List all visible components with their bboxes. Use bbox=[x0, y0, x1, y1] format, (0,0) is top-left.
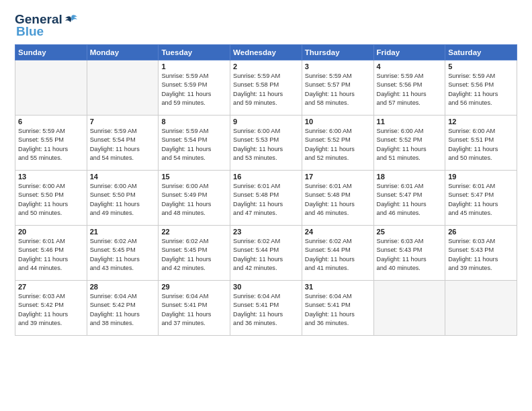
calendar-cell: 16Sunrise: 6:01 AMSunset: 5:48 PMDayligh… bbox=[230, 171, 302, 226]
cell-info: Sunrise: 6:04 AMSunset: 5:42 PMDaylight:… bbox=[90, 292, 156, 328]
day-number: 7 bbox=[90, 118, 156, 126]
cell-info: Sunrise: 6:01 AMSunset: 5:48 PMDaylight:… bbox=[233, 182, 299, 218]
day-number: 1 bbox=[161, 62, 227, 71]
page: General Blue SundayMondayTuesdayWednesda… bbox=[0, 0, 532, 411]
calendar-cell: 27Sunrise: 6:03 AMSunset: 5:42 PMDayligh… bbox=[15, 281, 87, 336]
cell-info: Sunrise: 6:01 AMSunset: 5:48 PMDaylight:… bbox=[305, 182, 371, 218]
calendar-week-3: 13Sunrise: 6:00 AMSunset: 5:50 PMDayligh… bbox=[15, 171, 517, 226]
calendar-cell: 31Sunrise: 6:04 AMSunset: 5:41 PMDayligh… bbox=[302, 281, 373, 336]
day-number: 12 bbox=[448, 118, 514, 126]
day-number: 11 bbox=[377, 118, 443, 126]
day-number: 24 bbox=[305, 228, 371, 236]
day-number: 28 bbox=[90, 283, 156, 291]
day-number: 29 bbox=[161, 283, 227, 291]
cell-info: Sunrise: 6:00 AMSunset: 5:52 PMDaylight:… bbox=[377, 127, 443, 163]
day-number: 27 bbox=[18, 283, 84, 291]
day-number: 3 bbox=[305, 62, 371, 71]
weekday-header-tuesday: Tuesday bbox=[159, 45, 230, 60]
cell-info: Sunrise: 5:59 AMSunset: 5:56 PMDaylight:… bbox=[377, 72, 443, 107]
calendar-cell: 7Sunrise: 5:59 AMSunset: 5:54 PMDaylight… bbox=[87, 116, 159, 171]
cell-info: Sunrise: 6:00 AMSunset: 5:49 PMDaylight:… bbox=[161, 182, 227, 218]
cell-info: Sunrise: 5:59 AMSunset: 5:54 PMDaylight:… bbox=[90, 127, 156, 163]
day-number: 19 bbox=[448, 173, 514, 181]
calendar-cell: 3Sunrise: 5:59 AMSunset: 5:57 PMDaylight… bbox=[302, 60, 373, 116]
day-number: 30 bbox=[233, 283, 299, 291]
day-number: 18 bbox=[377, 173, 443, 181]
calendar-cell: 2Sunrise: 5:59 AMSunset: 5:58 PMDaylight… bbox=[230, 60, 302, 116]
cell-info: Sunrise: 5:59 AMSunset: 5:57 PMDaylight:… bbox=[305, 72, 371, 107]
day-number: 4 bbox=[377, 62, 443, 71]
calendar-table: SundayMondayTuesdayWednesdayThursdayFrid… bbox=[15, 44, 517, 336]
calendar-cell: 15Sunrise: 6:00 AMSunset: 5:49 PMDayligh… bbox=[159, 171, 230, 226]
calendar-week-4: 20Sunrise: 6:01 AMSunset: 5:46 PMDayligh… bbox=[15, 226, 517, 281]
calendar-cell: 29Sunrise: 6:04 AMSunset: 5:41 PMDayligh… bbox=[159, 281, 230, 336]
cell-info: Sunrise: 5:59 AMSunset: 5:55 PMDaylight:… bbox=[18, 127, 84, 163]
weekday-header-thursday: Thursday bbox=[302, 45, 373, 60]
calendar-cell: 30Sunrise: 6:04 AMSunset: 5:41 PMDayligh… bbox=[230, 281, 302, 336]
weekday-header-friday: Friday bbox=[373, 45, 445, 60]
calendar-cell: 13Sunrise: 6:00 AMSunset: 5:50 PMDayligh… bbox=[15, 171, 87, 226]
calendar-header-row: SundayMondayTuesdayWednesdayThursdayFrid… bbox=[15, 45, 517, 60]
cell-info: Sunrise: 6:00 AMSunset: 5:52 PMDaylight:… bbox=[305, 127, 371, 163]
weekday-header-saturday: Saturday bbox=[445, 45, 517, 60]
calendar-cell: 1Sunrise: 5:59 AMSunset: 5:59 PMDaylight… bbox=[159, 60, 230, 116]
calendar-cell: 8Sunrise: 5:59 AMSunset: 5:54 PMDaylight… bbox=[159, 116, 230, 171]
cell-info: Sunrise: 6:03 AMSunset: 5:42 PMDaylight:… bbox=[18, 292, 84, 328]
day-number: 15 bbox=[161, 173, 227, 181]
day-number: 2 bbox=[233, 62, 299, 71]
calendar-cell: 24Sunrise: 6:02 AMSunset: 5:44 PMDayligh… bbox=[302, 226, 373, 281]
logo-blue: Blue bbox=[16, 24, 44, 39]
calendar-cell: 12Sunrise: 6:00 AMSunset: 5:51 PMDayligh… bbox=[445, 116, 517, 171]
cell-info: Sunrise: 6:02 AMSunset: 5:44 PMDaylight:… bbox=[305, 237, 371, 273]
day-number: 16 bbox=[233, 173, 299, 181]
cell-info: Sunrise: 6:02 AMSunset: 5:45 PMDaylight:… bbox=[90, 237, 156, 273]
calendar-cell: 5Sunrise: 5:59 AMSunset: 5:56 PMDaylight… bbox=[445, 60, 517, 116]
day-number: 25 bbox=[377, 228, 443, 236]
calendar-cell: 20Sunrise: 6:01 AMSunset: 5:46 PMDayligh… bbox=[15, 226, 87, 281]
cell-info: Sunrise: 5:59 AMSunset: 5:58 PMDaylight:… bbox=[233, 72, 299, 107]
calendar-cell: 17Sunrise: 6:01 AMSunset: 5:48 PMDayligh… bbox=[302, 171, 373, 226]
cell-info: Sunrise: 6:00 AMSunset: 5:51 PMDaylight:… bbox=[448, 127, 514, 163]
calendar-cell: 26Sunrise: 6:03 AMSunset: 5:43 PMDayligh… bbox=[445, 226, 517, 281]
calendar-cell bbox=[87, 60, 159, 116]
day-number: 9 bbox=[233, 118, 299, 126]
cell-info: Sunrise: 6:01 AMSunset: 5:47 PMDaylight:… bbox=[377, 182, 443, 218]
cell-info: Sunrise: 6:03 AMSunset: 5:43 PMDaylight:… bbox=[448, 237, 514, 273]
calendar-cell: 28Sunrise: 6:04 AMSunset: 5:42 PMDayligh… bbox=[87, 281, 159, 336]
cell-info: Sunrise: 6:04 AMSunset: 5:41 PMDaylight:… bbox=[161, 292, 227, 328]
day-number: 31 bbox=[305, 283, 371, 291]
calendar-cell: 6Sunrise: 5:59 AMSunset: 5:55 PMDaylight… bbox=[15, 116, 87, 171]
calendar-cell: 14Sunrise: 6:00 AMSunset: 5:50 PMDayligh… bbox=[87, 171, 159, 226]
day-number: 14 bbox=[90, 173, 156, 181]
cell-info: Sunrise: 6:02 AMSunset: 5:44 PMDaylight:… bbox=[233, 237, 299, 273]
day-number: 22 bbox=[161, 228, 227, 236]
day-number: 17 bbox=[305, 173, 371, 181]
cell-info: Sunrise: 5:59 AMSunset: 5:54 PMDaylight:… bbox=[161, 127, 227, 163]
calendar-cell: 25Sunrise: 6:03 AMSunset: 5:43 PMDayligh… bbox=[373, 226, 445, 281]
logo: General Blue bbox=[15, 12, 79, 39]
calendar-cell bbox=[373, 281, 445, 336]
weekday-header-sunday: Sunday bbox=[15, 45, 87, 60]
calendar-cell: 23Sunrise: 6:02 AMSunset: 5:44 PMDayligh… bbox=[230, 226, 302, 281]
day-number: 10 bbox=[305, 118, 371, 126]
day-number: 26 bbox=[448, 228, 514, 236]
calendar-cell: 11Sunrise: 6:00 AMSunset: 5:52 PMDayligh… bbox=[373, 116, 445, 171]
cell-info: Sunrise: 5:59 AMSunset: 5:59 PMDaylight:… bbox=[161, 72, 227, 107]
calendar-cell bbox=[445, 281, 517, 336]
cell-info: Sunrise: 6:00 AMSunset: 5:50 PMDaylight:… bbox=[18, 182, 84, 218]
cell-info: Sunrise: 6:02 AMSunset: 5:45 PMDaylight:… bbox=[161, 237, 227, 273]
calendar-cell: 19Sunrise: 6:01 AMSunset: 5:47 PMDayligh… bbox=[445, 171, 517, 226]
weekday-header-monday: Monday bbox=[87, 45, 159, 60]
calendar-cell: 22Sunrise: 6:02 AMSunset: 5:45 PMDayligh… bbox=[159, 226, 230, 281]
cell-info: Sunrise: 5:59 AMSunset: 5:56 PMDaylight:… bbox=[448, 72, 514, 107]
calendar-cell: 10Sunrise: 6:00 AMSunset: 5:52 PMDayligh… bbox=[302, 116, 373, 171]
day-number: 5 bbox=[448, 62, 514, 71]
day-number: 21 bbox=[90, 228, 156, 236]
day-number: 20 bbox=[18, 228, 84, 236]
day-number: 13 bbox=[18, 173, 84, 181]
logo-bird-icon bbox=[64, 14, 79, 25]
calendar-week-2: 6Sunrise: 5:59 AMSunset: 5:55 PMDaylight… bbox=[15, 116, 517, 171]
cell-info: Sunrise: 6:01 AMSunset: 5:46 PMDaylight:… bbox=[18, 237, 84, 273]
day-number: 23 bbox=[233, 228, 299, 236]
calendar-cell: 4Sunrise: 5:59 AMSunset: 5:56 PMDaylight… bbox=[373, 60, 445, 116]
